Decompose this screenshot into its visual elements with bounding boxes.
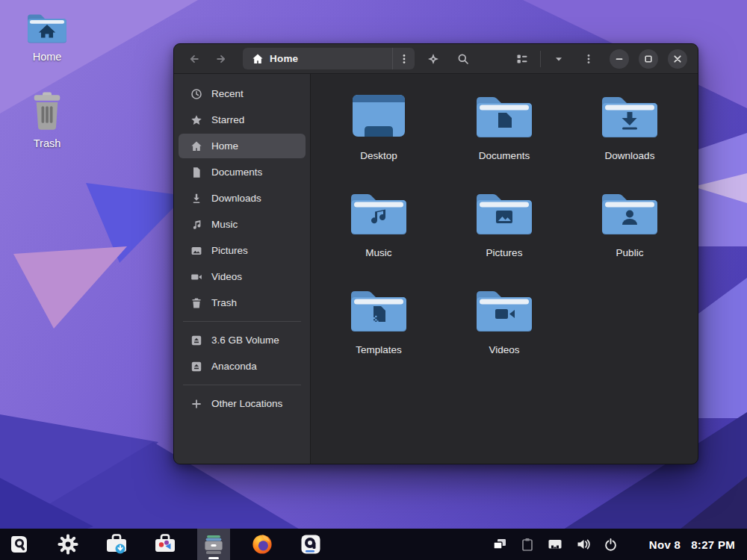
home-icon [190, 140, 202, 152]
sidebar-item-trash[interactable]: Trash [179, 290, 306, 315]
desktop-icon-trash[interactable]: Trash [16, 90, 78, 149]
sidebar-item-label: 3.6 GB Volume [211, 335, 279, 346]
taskbar-app-software-store[interactable] [149, 529, 182, 560]
folder-item-desktop[interactable]: Desktop [316, 93, 441, 190]
home-icon [252, 53, 264, 65]
clock-icon [190, 88, 202, 100]
window-body: Recent Starred Home Documents Downloads … [174, 74, 698, 464]
folder-name: Downloads [605, 150, 655, 161]
path-menu-button[interactable] [392, 48, 415, 69]
taskbar-app-installer[interactable] [294, 529, 327, 560]
folder-item-videos[interactable]: Videos [441, 287, 567, 385]
minimize-button[interactable] [610, 49, 629, 69]
divider [540, 51, 541, 67]
arrow-right-icon [215, 53, 227, 65]
video-camera-icon [190, 271, 202, 283]
sidebar-item-home[interactable]: Home [179, 134, 306, 158]
view-toggle-button[interactable] [511, 48, 533, 70]
taskbar-app-files[interactable] [197, 529, 230, 560]
trash-can-icon [29, 90, 65, 132]
gear-icon [57, 533, 79, 556]
workspace-switcher-icon[interactable] [492, 537, 508, 552]
folder-name: Videos [489, 344, 519, 355]
search-button[interactable] [452, 48, 474, 70]
document-folder-icon [474, 93, 535, 141]
date-label: Nov 8 [649, 538, 681, 551]
sidebar-item-label: Anaconda [211, 361, 257, 372]
taskbar-app-activities[interactable] [3, 529, 36, 560]
plus-icon [190, 398, 202, 410]
desktop-icon-label: Home [33, 51, 62, 63]
path-label: Home [270, 53, 382, 64]
download-folder-icon [599, 93, 660, 141]
view-options-button[interactable] [548, 48, 570, 70]
maximize-icon [642, 53, 654, 65]
activities-search-icon [8, 533, 31, 556]
app-menu-button[interactable] [577, 48, 600, 70]
sidebar-item-pictures[interactable]: Pictures [179, 238, 306, 263]
back-button[interactable] [185, 49, 204, 69]
path-segment[interactable]: Home [243, 53, 392, 65]
folder-item-documents[interactable]: Documents [441, 93, 567, 190]
taskbar-apps [0, 529, 327, 560]
sidebar-item-label: Downloads [211, 193, 261, 204]
sidebar-item-volume-0[interactable]: 3.6 GB Volume [179, 328, 306, 352]
folder-item-downloads[interactable]: Downloads [567, 93, 692, 190]
sidebar-item-starred[interactable]: Starred [179, 108, 306, 132]
folder-item-templates[interactable]: Templates [316, 287, 441, 385]
folder-item-music[interactable]: Music [316, 190, 441, 287]
minimize-icon [613, 53, 625, 65]
folder-name: Documents [479, 150, 530, 161]
folder-grid: Desktop Documents Downloads Music Pictur… [316, 93, 693, 385]
forward-button[interactable] [211, 49, 231, 69]
folder-item-pictures[interactable]: Pictures [441, 190, 567, 287]
sidebar-item-label: Starred [211, 114, 244, 125]
trash-icon [190, 297, 202, 309]
star-location-icon [427, 53, 439, 65]
network-icon[interactable] [547, 538, 563, 551]
desktop-folder-icon [348, 93, 409, 141]
close-icon [672, 53, 684, 65]
kebab-menu-icon [583, 53, 595, 65]
sidebar-item-volume-1[interactable]: Anaconda [179, 354, 306, 379]
folder-name: Templates [356, 344, 402, 355]
file-view: Desktop Documents Downloads Music Pictur… [311, 74, 698, 464]
anaconda-installer-icon [300, 533, 322, 556]
folder-name: Pictures [486, 247, 523, 258]
desktop-icon-label: Trash [34, 137, 61, 149]
maximize-button[interactable] [639, 49, 658, 69]
headerbar: Home [174, 44, 698, 74]
folder-item-public[interactable]: Public [567, 190, 692, 287]
time-label: 8:27 PM [691, 538, 735, 551]
path-bar[interactable]: Home [243, 48, 415, 69]
desktop-icon-home[interactable]: Home [16, 12, 78, 63]
home-folder-icon [26, 12, 68, 46]
clipboard-icon[interactable] [521, 537, 534, 552]
taskbar-app-settings[interactable] [52, 529, 84, 560]
star-icon [190, 114, 202, 126]
person-folder-icon [599, 190, 660, 238]
drive-icon [190, 335, 202, 346]
headerbar-right [511, 48, 687, 70]
search-icon [457, 53, 469, 65]
folder-name: Music [365, 247, 391, 258]
volume-icon[interactable] [576, 538, 591, 551]
sidebar-item-label: Music [211, 219, 238, 230]
star-location-button[interactable] [422, 48, 444, 70]
sidebar-item-downloads[interactable]: Downloads [179, 186, 306, 211]
sidebar-item-recent[interactable]: Recent [179, 81, 306, 106]
sidebar-item-other-locations[interactable]: Other Locations [179, 391, 306, 416]
taskbar-app-software-install[interactable] [100, 529, 133, 560]
sidebar-separator [183, 321, 301, 322]
download-icon [190, 193, 202, 205]
sidebar-item-documents[interactable]: Documents [179, 160, 306, 184]
drive-icon [190, 361, 202, 373]
power-icon[interactable] [604, 538, 618, 552]
sidebar-item-label: Trash [211, 297, 237, 308]
close-button[interactable] [668, 49, 687, 69]
sidebar-item-videos[interactable]: Videos [179, 264, 306, 289]
sidebar-item-music[interactable]: Music [179, 212, 306, 237]
taskbar-app-firefox[interactable] [246, 529, 279, 560]
clock[interactable]: Nov 8 8:27 PM [649, 538, 747, 551]
caret-down-icon [553, 53, 565, 65]
